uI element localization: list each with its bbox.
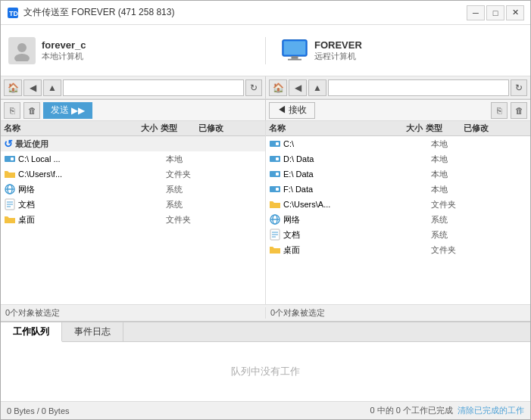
- list-item[interactable]: C:\Users\f... 文件夹: [1, 166, 265, 182]
- tab-queue[interactable]: 工作队列: [1, 322, 62, 342]
- remote-back-button[interactable]: ◀: [289, 79, 307, 96]
- bottom-status-right: 0 中的 0 个工作已完成: [370, 405, 453, 416]
- local-col-size: 大小: [130, 123, 161, 134]
- folder-icon: [269, 198, 281, 210]
- desktop-icon: [269, 244, 281, 256]
- close-button[interactable]: ✕: [506, 5, 524, 20]
- computer-panels: forever_c 本地计算机 FOREVER 远程计算机: [1, 25, 530, 76]
- remote-monitor-icon: [281, 37, 308, 64]
- svg-rect-24: [276, 188, 279, 191]
- svg-rect-18: [276, 142, 279, 145]
- remote-refresh-button[interactable]: ↻: [511, 79, 527, 96]
- remote-file-list: C:\ 本地 D:\ Data 本地: [266, 136, 530, 304]
- local-col-modified: 已修改: [198, 123, 262, 134]
- minimize-button[interactable]: ─: [467, 5, 485, 20]
- action-right: ◀ 接收 ⎘ 🗑: [266, 102, 530, 119]
- bottom-section: 工作队列 事件日志 队列中没有工作 0 Bytes / 0 Bytes 0 中的…: [1, 321, 530, 419]
- list-item[interactable]: 网络 系统: [1, 182, 265, 197]
- send-label: 发送: [51, 104, 69, 117]
- local-delete-button[interactable]: 🗑: [23, 102, 40, 119]
- receive-button[interactable]: ◀ 接收: [269, 102, 315, 119]
- docs-icon: [269, 229, 281, 241]
- network-icon: [269, 213, 281, 226]
- network-icon: [4, 183, 16, 195]
- list-item[interactable]: E:\ Data 本地: [266, 166, 530, 182]
- local-toolbar: 🏠 ◀ ▲ ↻: [1, 76, 266, 99]
- drive-icon: [269, 153, 281, 165]
- list-item[interactable]: C:\Users\A... 文件夹: [266, 197, 530, 212]
- title-bar: TD 文件传送至 FOREVER (471 258 813) ─ □ ✕: [1, 1, 530, 25]
- restore-button[interactable]: □: [486, 5, 504, 20]
- list-item[interactable]: ↺ 最近使用: [1, 136, 265, 151]
- tab-events-label: 事件日志: [74, 325, 111, 338]
- local-computer-name: forever_c: [42, 39, 86, 51]
- send-button[interactable]: 发送 ▶▶: [43, 102, 92, 119]
- clear-completed-link[interactable]: 清除已完成的工作: [458, 405, 524, 416]
- local-home-button[interactable]: 🏠: [4, 79, 22, 96]
- svg-rect-20: [276, 157, 279, 160]
- local-status: 0个对象被选定: [1, 307, 265, 319]
- remote-up-button[interactable]: ▲: [308, 79, 326, 96]
- bottom-status-right-group: 0 中的 0 个工作已完成 清除已完成的工作: [370, 405, 524, 416]
- remote-col-name: 名称: [269, 123, 395, 134]
- svg-rect-22: [276, 173, 279, 176]
- svg-rect-5: [284, 41, 306, 54]
- tab-bar: 工作队列 事件日志: [1, 322, 530, 342]
- list-item[interactable]: 网络 系统: [266, 212, 530, 227]
- desktop-icon: [4, 213, 16, 226]
- remote-delete-button[interactable]: 🗑: [511, 102, 527, 119]
- local-back-button[interactable]: ◀: [23, 79, 42, 96]
- local-col-type: 类型: [161, 123, 198, 134]
- list-item[interactable]: 桌面 文件夹: [266, 242, 530, 257]
- monitor-svg: [281, 37, 308, 64]
- remote-copy-button[interactable]: ⎘: [491, 102, 508, 119]
- svg-text:TD: TD: [9, 10, 18, 17]
- title-controls: ─ □ ✕: [467, 5, 524, 20]
- list-item[interactable]: 桌面 文件夹: [1, 212, 265, 227]
- list-item[interactable]: 文档 系统: [266, 227, 530, 242]
- local-copy-button[interactable]: ⎘: [4, 102, 20, 119]
- dual-toolbar: 🏠 ◀ ▲ ↻ 🏠 ◀ ▲ ↻: [1, 76, 530, 100]
- drive-icon: [4, 153, 16, 165]
- drive-icon: [269, 183, 281, 195]
- list-item[interactable]: C:\ 本地: [266, 136, 530, 151]
- remote-file-panel: 名称 大小 类型 已修改 C:\ 本地: [266, 121, 530, 304]
- local-path-input[interactable]: [63, 79, 244, 96]
- remote-col-size: 大小: [395, 123, 426, 134]
- svg-rect-6: [292, 56, 298, 59]
- remote-col-modified: 已修改: [464, 123, 527, 134]
- local-refresh-button[interactable]: ↻: [245, 79, 262, 96]
- local-computer-panel: forever_c 本地计算机: [8, 37, 250, 64]
- local-avatar: [8, 37, 36, 64]
- remote-toolbar: 🏠 ◀ ▲ ↻: [266, 76, 530, 99]
- queue-empty-label: 队列中没有工作: [231, 365, 300, 378]
- svg-point-3: [14, 54, 30, 61]
- local-file-list: ↺ 最近使用 C:\ Local ... 本地: [1, 136, 265, 304]
- status-bar: 0个对象被选定 0个对象被选定: [1, 304, 530, 321]
- recent-group-label: 最近使用: [15, 138, 262, 150]
- svg-point-2: [17, 43, 27, 52]
- svg-rect-7: [288, 58, 301, 60]
- remote-computer-info: FOREVER 远程计算机: [314, 39, 362, 62]
- bottom-status-left: 0 Bytes / 0 Bytes: [7, 406, 70, 415]
- tab-queue-label: 工作队列: [13, 325, 49, 338]
- remote-computer-name: FOREVER: [314, 39, 362, 51]
- remote-home-button[interactable]: 🏠: [269, 79, 287, 96]
- app-icon: TD: [7, 7, 19, 19]
- local-up-button[interactable]: ▲: [43, 79, 61, 96]
- receive-label: ◀ 接收: [277, 104, 307, 117]
- list-item[interactable]: D:\ Data 本地: [266, 151, 530, 166]
- tab-events[interactable]: 事件日志: [62, 322, 123, 341]
- title-bar-left: TD 文件传送至 FOREVER (471 258 813): [7, 6, 174, 19]
- list-item[interactable]: C:\ Local ... 本地: [1, 151, 265, 166]
- local-computer-info: forever_c 本地计算机: [42, 39, 86, 62]
- local-col-name: 名称: [4, 123, 130, 134]
- remote-path-input[interactable]: [328, 79, 509, 96]
- folder-icon: [4, 168, 16, 180]
- remote-col-type: 类型: [426, 123, 464, 134]
- title-text: 文件传送至 FOREVER (471 258 813): [23, 6, 174, 19]
- local-file-panel: 名称 大小 类型 已修改 ↺ 最近使用 C:\ Local ...: [1, 121, 266, 304]
- svg-rect-9: [11, 157, 14, 160]
- list-item[interactable]: F:\ Data 本地: [266, 182, 530, 197]
- list-item[interactable]: 文档 系统: [1, 197, 265, 212]
